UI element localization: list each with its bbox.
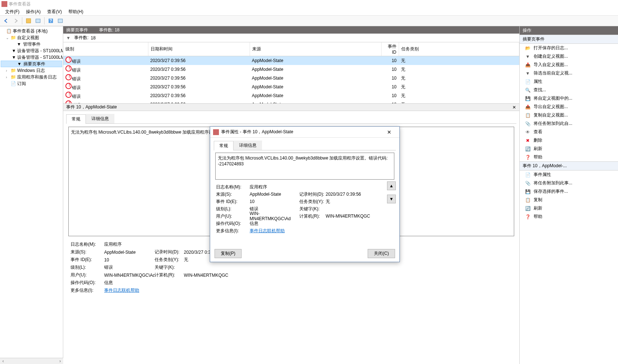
- action-import[interactable]: 📥导入自定义视图...: [520, 61, 618, 69]
- tab-general[interactable]: 常规: [66, 114, 86, 124]
- save-icon: 💾: [525, 96, 531, 101]
- action-export[interactable]: 📤导出自定义视图...: [520, 103, 618, 111]
- action-filter[interactable]: ▼创建自定义视图...: [520, 52, 618, 61]
- menu-action[interactable]: 操作(A): [23, 8, 43, 16]
- import-icon: 📥: [525, 62, 531, 68]
- meta-label: 计算机(R):: [155, 272, 184, 278]
- toolbar: ?: [0, 15, 618, 26]
- detail-tabs: 常规 详细信息: [66, 114, 516, 124]
- dialog-close-button[interactable]: ✕: [382, 127, 397, 137]
- event-table-scroll[interactable]: 级别 日期和时间 来源 事件 ID 任务类别 错误2020/3/27 0:39:…: [63, 42, 519, 104]
- table-row[interactable]: 错误2020/3/27 0:39:56AppModel-State10无: [63, 65, 519, 74]
- center-header-count: 事件数: 18: [99, 27, 120, 33]
- table-row[interactable]: 错误2020/3/27 0:39:56AppModel-State10无: [63, 91, 519, 100]
- scroll-track[interactable]: [6, 358, 57, 364]
- save-icon: 💾: [525, 189, 531, 195]
- show-hide-tree-button[interactable]: [24, 17, 33, 25]
- svg-rect-4: [58, 19, 62, 23]
- tree-custom-views[interactable]: ⌄📁自定义视图: [1, 34, 62, 41]
- dialog-next-button[interactable]: ▼: [387, 195, 396, 203]
- table-row[interactable]: 错误2020/3/27 0:39:56AppModel-State10无: [63, 100, 519, 104]
- action-delete[interactable]: ✖删除: [520, 136, 618, 145]
- funnel-icon[interactable]: ▼: [66, 35, 71, 41]
- tree-summary-events[interactable]: ▼摘要页事件: [1, 61, 62, 67]
- col-datetime[interactable]: 日期和时间: [148, 42, 250, 56]
- filter-icon: ▼: [525, 54, 531, 60]
- dialog-app-icon: [213, 129, 219, 135]
- folder-icon: 📁: [10, 35, 16, 41]
- more-info-link[interactable]: 事件日志联机帮助: [104, 287, 139, 294]
- tab-details[interactable]: 详细信息: [86, 114, 114, 123]
- error-icon: [65, 74, 72, 80]
- action-copy[interactable]: 📋复制自定义视图...: [520, 111, 618, 119]
- menu-view[interactable]: 查看(V): [44, 8, 65, 16]
- action-props[interactable]: 📄事件属性: [520, 170, 618, 179]
- dialog-tab-general[interactable]: 常规: [214, 141, 234, 150]
- action-label: 创建自定义视图...: [534, 53, 568, 60]
- navigation-tree[interactable]: 📋事件查看器 (本地) ⌄📁自定义视图 ▼管理事件 ▼设备管理器 - ST100…: [0, 26, 63, 364]
- action-open[interactable]: 📂打开保存的日志...: [520, 44, 618, 52]
- tree-label: 应用程序和服务日志: [17, 74, 57, 80]
- col-eventid[interactable]: 事件 ID: [381, 42, 399, 56]
- meta-label: 事件 ID(E):: [71, 257, 104, 263]
- dialog-prev-button[interactable]: ▲: [387, 181, 396, 190]
- menu-file[interactable]: 文件(F): [2, 8, 22, 16]
- dialog-titlebar[interactable]: 事件属性 - 事件 10，AppModel-State ✕: [210, 127, 399, 138]
- actions-panel: 操作 摘要页事件 📂打开保存的日志...▼创建自定义视图...📥导入自定义视图.…: [519, 26, 618, 364]
- svg-rect-1: [36, 19, 40, 23]
- table-row[interactable]: 错误2020/3/27 0:39:56AppModel-State10无: [63, 56, 519, 65]
- tree-windows-logs[interactable]: ›📁Windows 日志: [1, 67, 62, 74]
- table-row[interactable]: 错误2020/3/27 0:39:56AppModel-State10无: [63, 74, 519, 83]
- action-label: 帮助: [534, 214, 542, 220]
- scroll-left-arrow[interactable]: ‹: [0, 358, 6, 364]
- action-filter2[interactable]: ▼筛选当前自定义视...: [520, 69, 618, 77]
- action-label: 刷新: [534, 205, 542, 211]
- action-save[interactable]: 💾保存选择的事件...: [520, 187, 618, 196]
- action-props[interactable]: 📄属性: [520, 77, 618, 86]
- help-toolbar-button[interactable]: ?: [47, 17, 55, 25]
- view-icon: 👁: [525, 129, 531, 135]
- back-button[interactable]: [2, 17, 10, 25]
- action-attach[interactable]: 📎将任务附加到此事...: [520, 179, 618, 187]
- meta-value: WIN-MN4ERTMKQGC: [326, 214, 370, 219]
- open-icon: 📂: [525, 45, 531, 51]
- scroll-right-arrow[interactable]: ›: [57, 358, 63, 364]
- tree-subscriptions[interactable]: 📄订阅: [1, 80, 62, 87]
- dialog-copy-button[interactable]: 复制(P): [215, 249, 242, 258]
- forward-button[interactable]: [12, 17, 20, 25]
- dialog-tab-details[interactable]: 详细信息: [234, 141, 262, 150]
- tree-apps-services-logs[interactable]: ›📁应用程序和服务日志: [1, 74, 62, 80]
- filter-icon: ▼: [12, 48, 16, 54]
- meta-label: 级别(L):: [71, 264, 104, 271]
- action-refresh[interactable]: 🔄刷新: [520, 204, 618, 212]
- tree-horizontal-scrollbar[interactable]: ‹ ›: [0, 358, 63, 364]
- tree-devmgr-2[interactable]: ▼设备管理器 - ST1000LM: [1, 54, 62, 61]
- tree-admin-events[interactable]: ▼管理事件: [1, 41, 62, 47]
- col-source[interactable]: 来源: [250, 42, 381, 56]
- action-view[interactable]: 👁查看: [520, 128, 618, 136]
- table-row[interactable]: 错误2020/3/27 0:39:56AppModel-State10无: [63, 83, 519, 91]
- meta-value: 无: [326, 199, 330, 205]
- action-refresh[interactable]: 🔄刷新: [520, 145, 618, 153]
- tree-label: 自定义视图: [17, 35, 39, 41]
- col-task[interactable]: 任务类别: [399, 42, 519, 56]
- meta-label: 关键字(K):: [155, 264, 184, 271]
- menu-help[interactable]: 帮助(H): [65, 8, 86, 16]
- action-help[interactable]: ❓帮助: [520, 153, 618, 161]
- action-save[interactable]: 💾将自定义视图中的...: [520, 94, 618, 103]
- tree-root[interactable]: 📋事件查看器 (本地): [1, 28, 62, 34]
- detail-close-button[interactable]: ✕: [511, 104, 517, 110]
- col-level[interactable]: 级别: [63, 42, 148, 56]
- meta-label: 日志名称(M):: [216, 184, 250, 190]
- tree-root-label: 事件查看器 (本地): [13, 28, 48, 34]
- refresh-toolbar-button[interactable]: [56, 17, 64, 25]
- action-help[interactable]: ❓帮助: [520, 212, 618, 221]
- tree-devmgr-1[interactable]: ▼设备管理器 - ST1000LM: [1, 47, 62, 54]
- action-copy[interactable]: 📋复制: [520, 196, 618, 204]
- action-attach[interactable]: 📎将任务附加到此自...: [520, 119, 618, 128]
- dialog-close-footer-button[interactable]: 关闭(C): [368, 249, 395, 258]
- action-find[interactable]: 🔍查找...: [520, 86, 618, 94]
- properties-toolbar-button[interactable]: [34, 17, 42, 25]
- dialog-more-info-link[interactable]: 事件日志联机帮助: [250, 228, 285, 234]
- action-label: 导入自定义视图...: [534, 62, 568, 68]
